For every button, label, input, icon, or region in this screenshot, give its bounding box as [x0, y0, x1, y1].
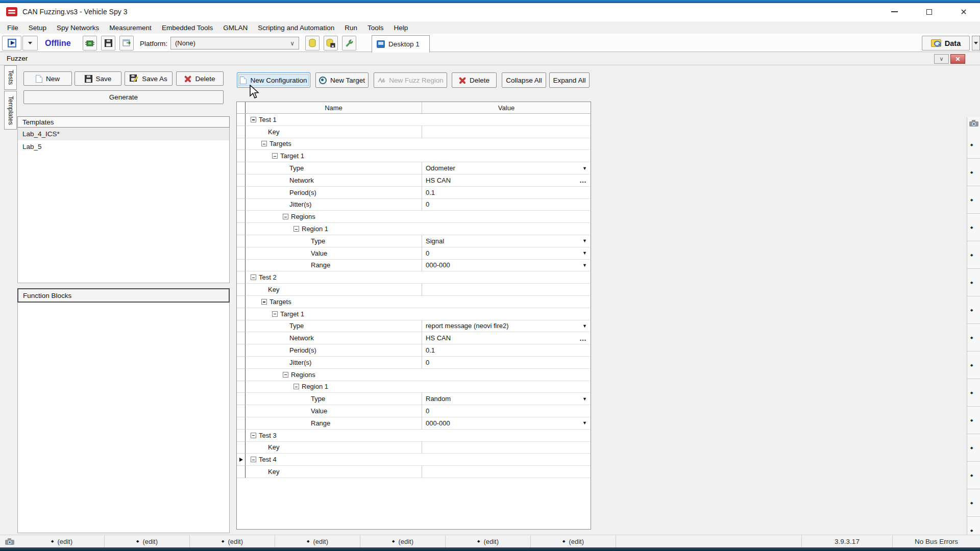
tree-row-target-1[interactable]: Target 1 — [237, 150, 591, 162]
row-value[interactable] — [422, 284, 591, 296]
menu-item-measurement[interactable]: Measurement — [104, 22, 157, 33]
data-dropdown-button[interactable] — [972, 36, 980, 51]
row-value[interactable]: report message (neovi fire2)▼ — [422, 320, 591, 333]
status-edit-cell[interactable]: (edit) — [19, 535, 105, 547]
tree-row-jitter-s[interactable]: Jitter(s)0 — [237, 199, 591, 211]
strip-item[interactable] — [967, 241, 980, 269]
tree-row-network[interactable]: NetworkHS CAN… — [237, 332, 591, 344]
tree-row-targets[interactable]: Targets — [237, 138, 591, 151]
dropdown-icon[interactable]: ▼ — [582, 420, 587, 425]
strip-item[interactable] — [967, 296, 980, 324]
tree-row-network[interactable]: NetworkHS CAN… — [237, 174, 591, 187]
status-edit-cell[interactable]: (edit) — [105, 535, 190, 547]
row-value[interactable]: Signal▼ — [422, 235, 591, 247]
tree-row-region-1[interactable]: Region 1 — [237, 381, 591, 393]
database-save-button[interactable] — [324, 36, 338, 51]
strip-item[interactable] — [967, 324, 980, 352]
tree-row-value[interactable]: Value0▼ — [237, 247, 591, 260]
dropdown-icon[interactable]: ▼ — [582, 323, 587, 329]
tree-row-type[interactable]: TypeSignal▼ — [237, 235, 591, 247]
strip-item[interactable] — [967, 434, 980, 462]
save-setup-button[interactable] — [101, 36, 115, 51]
status-edit-cell[interactable]: (edit) — [446, 535, 531, 547]
tree-row-regions[interactable]: Regions — [237, 369, 591, 381]
maximize-button[interactable] — [918, 4, 940, 19]
menu-item-embedded-tools[interactable]: Embedded Tools — [157, 22, 218, 33]
tools-button[interactable] — [342, 36, 356, 51]
save-as-button[interactable]: Save As — [125, 71, 173, 86]
tree-row-period-s[interactable]: Period(s)0.1 — [237, 344, 591, 357]
tree-row-region-1[interactable]: Region 1 — [237, 223, 591, 235]
menu-item-setup[interactable]: Setup — [23, 22, 52, 33]
collapse-expander-icon[interactable] — [261, 299, 267, 305]
status-edit-cell[interactable]: (edit) — [190, 535, 275, 547]
tree-row-targets[interactable]: Targets — [237, 296, 591, 308]
import-button[interactable] — [119, 36, 134, 51]
save-button[interactable]: Save — [75, 71, 121, 86]
dropdown-icon[interactable]: ▼ — [582, 238, 587, 243]
template-item-lab-4-ics[interactable]: Lab_4_ICS* — [18, 128, 229, 140]
collapse-expander-icon[interactable] — [283, 214, 288, 219]
row-value[interactable]: 000-000▼ — [422, 417, 591, 430]
menu-item-scripting-and-automation[interactable]: Scripting and Automation — [253, 22, 339, 33]
row-value[interactable] — [422, 442, 591, 454]
dropdown-icon[interactable]: ▼ — [582, 166, 587, 171]
side-tab-tests[interactable]: Tests — [4, 65, 17, 90]
row-value[interactable]: 0.1 — [422, 344, 591, 357]
collapse-expander-icon[interactable] — [251, 457, 256, 462]
status-edit-cell[interactable]: (edit) — [275, 535, 360, 547]
collapse-expander-icon[interactable] — [261, 141, 267, 146]
delete-item-button[interactable]: Delete — [452, 72, 497, 88]
ellipsis-button[interactable]: … — [579, 176, 587, 184]
menu-item-file[interactable]: File — [2, 22, 23, 33]
delete-button[interactable]: Delete — [176, 71, 224, 86]
tree-row-value[interactable]: Value0 — [237, 405, 591, 417]
row-value[interactable] — [422, 466, 591, 478]
strip-item[interactable] — [967, 269, 980, 296]
menu-item-gmlan[interactable]: GMLAN — [218, 22, 253, 33]
panel-close-button[interactable]: ✕ — [950, 54, 965, 64]
strip-item[interactable] — [967, 379, 980, 407]
tree-row-test-1[interactable]: Test 1 — [237, 114, 591, 126]
tree-row-period-s[interactable]: Period(s)0.1 — [237, 187, 591, 199]
new-target-button[interactable]: New Target — [315, 72, 369, 88]
row-value[interactable]: Odometer▼ — [422, 162, 591, 174]
new-button[interactable]: New — [23, 71, 72, 86]
tree-row-key[interactable]: Key — [237, 442, 591, 454]
tree-row-type[interactable]: TypeRandom▼ — [237, 393, 591, 405]
menu-item-spy-networks[interactable]: Spy Networks — [52, 22, 104, 33]
strip-item[interactable] — [967, 407, 980, 434]
status-edit-cell[interactable]: (edit) — [360, 535, 446, 547]
menu-item-help[interactable]: Help — [389, 22, 413, 33]
strip-item[interactable] — [967, 159, 980, 186]
minimize-button[interactable] — [883, 4, 905, 19]
tree-row-test-2[interactable]: Test 2 — [237, 271, 591, 284]
menu-item-tools[interactable]: Tools — [362, 22, 389, 33]
tree-row-key[interactable]: Key — [237, 466, 591, 478]
dropdown-icon[interactable]: ▼ — [582, 263, 587, 268]
row-value[interactable]: Random▼ — [422, 393, 591, 405]
row-value[interactable]: HS CAN… — [422, 174, 591, 187]
expand-all-button[interactable]: Expand All — [549, 72, 590, 88]
run-dropdown-button[interactable] — [22, 36, 38, 51]
collapse-expander-icon[interactable] — [251, 274, 256, 280]
collapse-expander-icon[interactable] — [272, 311, 278, 317]
row-value[interactable] — [422, 126, 591, 138]
row-value[interactable]: 000-000▼ — [422, 260, 591, 272]
collapse-expander-icon[interactable] — [272, 153, 278, 159]
panel-collapse-button[interactable]: ∨ — [934, 54, 949, 64]
strip-item[interactable] — [967, 214, 980, 241]
tree-row-key[interactable]: Key — [237, 126, 591, 138]
hardware-button[interactable] — [83, 36, 97, 51]
template-item-lab-5[interactable]: Lab_5 — [18, 140, 229, 153]
tree-row-range[interactable]: Range000-000▼ — [237, 417, 591, 430]
tree-row-type[interactable]: TypeOdometer▼ — [237, 162, 591, 174]
tree-row-test-4[interactable]: Test 4 — [237, 454, 591, 466]
collapse-expander-icon[interactable] — [293, 384, 299, 389]
tree-row-jitter-s[interactable]: Jitter(s)0 — [237, 357, 591, 369]
tree-row-test-3[interactable]: Test 3 — [237, 430, 591, 442]
strip-item[interactable] — [967, 352, 980, 379]
platform-select[interactable]: (None) ∨ — [170, 37, 299, 49]
menu-item-run[interactable]: Run — [339, 22, 362, 33]
generate-button[interactable]: Generate — [23, 90, 224, 104]
